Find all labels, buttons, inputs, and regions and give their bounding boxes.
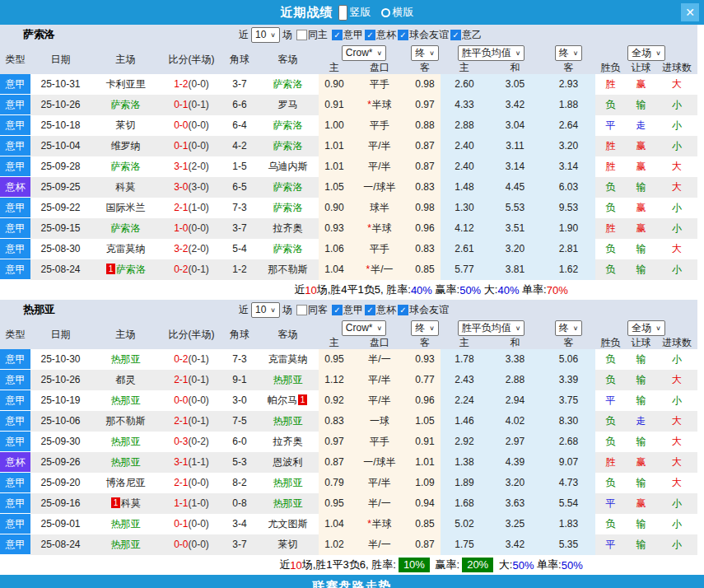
- match-row: 意甲 25-09-30 热那亚 0-3(0-2) 6-0 拉齐奥 0.97 平手…: [0, 432, 697, 452]
- home-team: 博洛尼亚: [91, 473, 161, 493]
- chevron-down-icon: ∨: [429, 49, 435, 57]
- red-card-badge: 1: [106, 264, 115, 274]
- result-handicap: 赢: [626, 136, 656, 156]
- avg-odds-select[interactable]: 胜平负均值∨: [458, 45, 525, 61]
- avg-home-odds: 4.12: [441, 218, 488, 239]
- avg-away-odds: 9.07: [542, 452, 595, 473]
- checkbox-unchecked-icon: [296, 305, 307, 315]
- match-score: 0-0(0-0): [161, 390, 222, 411]
- team-text: 热那亚: [111, 394, 141, 406]
- league-badge: 意甲: [0, 390, 30, 411]
- handicap-away-odds: 0.88: [409, 115, 441, 136]
- team-text: 热那亚: [111, 539, 141, 550]
- handicap-away-odds: 0.87: [409, 156, 441, 177]
- match-row: 意甲 25-10-30 热那亚 0-2(0-1) 7-3 克雷莫纳 0.95 半…: [0, 349, 697, 370]
- match-score: 0-1(0-0): [161, 514, 222, 534]
- radio-horizontal[interactable]: 横版: [381, 5, 414, 20]
- match-date: 25-10-18: [30, 115, 91, 136]
- odds-state-select[interactable]: 终∨: [411, 45, 439, 61]
- handicap-line: 平/半: [350, 390, 409, 411]
- summary-token: 10: [305, 284, 316, 296]
- team-text: 尤文图斯: [268, 518, 308, 530]
- avg-away-odds: 2.64: [542, 115, 595, 136]
- recent-count-select[interactable]: 10 ∨: [251, 302, 280, 318]
- scope-select[interactable]: 全场∨: [627, 45, 665, 61]
- league-checkbox-label: 意乙: [462, 28, 482, 42]
- avg-state-select[interactable]: 终∨: [555, 320, 583, 336]
- league-checkbox-label: 意甲: [343, 28, 363, 42]
- home-team: 克雷莫纳: [91, 239, 161, 259]
- match-date: 25-10-04: [30, 136, 91, 156]
- team-text: 克雷莫纳: [106, 243, 146, 254]
- league-checkbox[interactable]: ✓ 球会友谊: [398, 28, 449, 42]
- team-text: 热那亚: [273, 477, 303, 488]
- team-text: 莱切: [278, 539, 298, 550]
- radio-vertical[interactable]: 竖版: [338, 5, 371, 21]
- match-row: 意甲 25-10-06 那不勒斯 2-1(0-1) 7-5 热那亚 0.83 一…: [0, 411, 697, 432]
- summary-token: 单率:: [534, 558, 561, 572]
- handicap-home-odds: 0.93: [319, 218, 350, 239]
- handicap-away-odds: 0.87: [409, 136, 441, 156]
- close-button[interactable]: ✕: [681, 3, 699, 21]
- handicap-line: 一/球半: [350, 177, 409, 198]
- avg-home-odds: 2.92: [441, 432, 488, 452]
- team-name: 萨索洛: [0, 27, 239, 42]
- scope-select[interactable]: 全场∨: [627, 320, 665, 336]
- handicap-home-odds: 1.02: [319, 534, 350, 555]
- avg-draw-odds: 3.04: [488, 115, 542, 136]
- league-checkbox[interactable]: ✓ 意乙: [450, 28, 482, 42]
- recent-label: 近: [239, 28, 249, 42]
- summary-token: 40%: [497, 284, 519, 296]
- home-team: 维罗纳: [91, 136, 161, 156]
- handicap-line: 半/一: [350, 349, 409, 370]
- match-date: 25-09-25: [30, 177, 91, 198]
- avg-away-odds: 9.53: [542, 198, 595, 218]
- handicap-line: 平手: [350, 115, 409, 136]
- handicap-away-odds: 0.98: [409, 198, 441, 218]
- league-checkbox[interactable]: ✓ 意甲: [332, 28, 363, 42]
- col-goals-result: 进球数: [656, 61, 697, 75]
- recent-count-select[interactable]: 10 ∨: [251, 27, 280, 43]
- handicap-line: 平/半: [350, 473, 409, 493]
- match-date: 25-09-16: [30, 493, 91, 514]
- match-rows: 意甲 25-10-30 热那亚 0-2(0-1) 7-3 克雷莫纳 0.95 半…: [0, 349, 697, 555]
- away-team: 萨索洛: [257, 177, 319, 198]
- avg-away-odds: 5.35: [542, 534, 595, 555]
- league-checkbox[interactable]: ✓ 意杯: [365, 28, 396, 42]
- col-handicap-home: 主: [319, 336, 350, 350]
- result-goals: 小: [656, 115, 697, 136]
- col-avg-away: 客: [542, 61, 595, 75]
- match-row: 意甲 25-10-18 莱切 0-0(0-0) 6-4 萨索洛 1.00 平手 …: [0, 115, 697, 136]
- team-text: 热那亚: [273, 497, 303, 509]
- filter-controls: 近 10 ∨ 场 同主 ✓ 意甲 ✓ 意杯 ✓ 球会友谊 ✓ 意乙: [239, 27, 484, 43]
- same-venue-checkbox[interactable]: 同主: [296, 28, 328, 42]
- away-team: 帕尔马1: [257, 390, 319, 411]
- summary-row: 近10场,胜1平3负6, 胜率:10% 赢率:20% 大:50% 单率:50%: [0, 555, 697, 575]
- handicap-line: *半球: [350, 95, 409, 115]
- corner-score: 5-3: [222, 452, 257, 473]
- team-text: 罗马: [278, 99, 298, 110]
- league-checkbox[interactable]: ✓ 意甲: [332, 303, 363, 317]
- league-checkbox[interactable]: ✓ 球会友谊: [398, 303, 449, 317]
- corner-score: 7-5: [222, 411, 257, 432]
- titlebar: 近期战绩 竖版 横版 ✕: [0, 0, 704, 25]
- handicap-line: 半/一: [350, 534, 409, 555]
- odds-provider-select[interactable]: Crow*∨: [342, 320, 386, 336]
- league-checkbox[interactable]: ✓ 意杯: [365, 303, 396, 317]
- avg-odds-select[interactable]: 胜平负均值∨: [458, 320, 525, 336]
- home-team: 都灵: [91, 370, 161, 390]
- avg-state-select[interactable]: 终∨: [555, 45, 583, 61]
- same-venue-checkbox[interactable]: 同客: [296, 303, 328, 317]
- avg-draw-odds: 3.42: [488, 534, 542, 555]
- result-goals: 小: [656, 349, 697, 370]
- odds-state-select[interactable]: 终∨: [411, 320, 439, 336]
- corner-score: 8-2: [222, 473, 257, 493]
- result-handicap: 输: [626, 534, 656, 555]
- corner-score: 7-3: [222, 198, 257, 218]
- handicap-home-odds: 1.12: [319, 370, 350, 390]
- avg-draw-odds: 3.05: [488, 74, 542, 95]
- handicap-away-odds: 0.87: [409, 534, 441, 555]
- odds-provider-select[interactable]: Crow*∨: [342, 45, 386, 61]
- away-team: 萨索洛: [257, 115, 319, 136]
- team-text: 萨索洛: [273, 202, 303, 213]
